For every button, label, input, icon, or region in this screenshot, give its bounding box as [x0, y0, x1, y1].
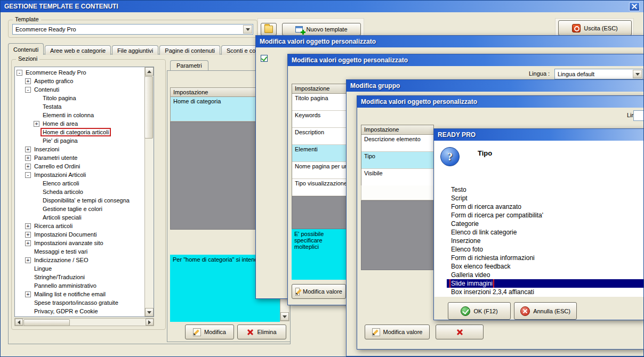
table-row[interactable]: Nome pagina per url rewriting: [292, 162, 346, 179]
open-template-button[interactable]: [261, 23, 277, 36]
tree-item[interactable]: + Home di area: [15, 119, 144, 128]
table-row[interactable]: Keywords: [292, 111, 346, 128]
scroll-down-icon[interactable]: [145, 308, 154, 317]
list-item[interactable]: Galleria video: [447, 271, 644, 279]
tree-item[interactable]: Scheda articolo: [15, 188, 144, 196]
tree-item[interactable]: + Mailing list e notifiche email: [15, 290, 144, 298]
tree-item[interactable]: + Inserzioni: [15, 145, 144, 153]
tree-expand-icon[interactable]: +: [25, 257, 31, 263]
list-item[interactable]: Box elenco feedback: [447, 262, 644, 271]
main-tabs: ContenutiAree web e categorieFile aggiun…: [8, 43, 275, 55]
dialog5-titlebar: READY PRO: [434, 129, 644, 141]
chevron-down-icon[interactable]: [633, 70, 642, 78]
template-combobox[interactable]: Ecommerce Ready Pro: [12, 24, 253, 35]
table-empty-row: [361, 185, 434, 200]
tree-item[interactable]: Testata: [15, 102, 144, 111]
dialog3-title: Modifica gruppo: [350, 82, 400, 90]
tab[interactable]: File aggiuntivi: [112, 45, 158, 55]
tree-item[interactable]: Pie' di pagina: [15, 136, 144, 145]
tree-item[interactable]: + Indicizzazione / SEO: [15, 256, 144, 264]
table-row[interactable]: Elementi: [292, 145, 346, 162]
table-row[interactable]: Descrizione elemento: [361, 135, 433, 152]
tree-expand-icon[interactable]: +: [25, 147, 31, 152]
tree-item[interactable]: Home di categoria articoli: [15, 128, 144, 136]
table-cell: Home di categoria: [173, 98, 221, 104]
table-row[interactable]: Titolo pagina: [292, 94, 346, 111]
tree-item[interactable]: Disponibilita' e tempi di consegna: [15, 196, 144, 205]
elimina-valore-button[interactable]: [436, 324, 484, 339]
tab[interactable]: Pagine di contenuti: [159, 45, 220, 55]
list-item[interactable]: Script: [447, 194, 644, 202]
tree-item[interactable]: Stringhe/Traduzioni: [15, 273, 144, 281]
scrollbar-thumb[interactable]: [23, 319, 70, 326]
lingua-combobox[interactable]: Lingua default: [554, 69, 643, 79]
tree-item[interactable]: + Carrello ed Ordini: [15, 162, 144, 171]
tree-horizontal-scrollbar[interactable]: [14, 318, 154, 326]
modifica-valore-button[interactable]: Modifica valore: [292, 284, 346, 299]
close-icon[interactable]: [629, 2, 640, 11]
tree-expand-icon[interactable]: +: [34, 121, 39, 127]
table-row[interactable]: Visibile: [361, 169, 433, 186]
scroll-left-icon[interactable]: [15, 319, 23, 326]
tree-item[interactable]: Articoli speciali: [15, 213, 144, 222]
tree-item[interactable]: Messaggi e testi vari: [15, 247, 144, 256]
tree-item[interactable]: + Impostazioni avanzate sito: [15, 239, 144, 247]
tree-item[interactable]: + Ricerca articoli: [15, 222, 144, 230]
tree-item[interactable]: Pannello amministrativo: [15, 281, 144, 290]
tree-expand-icon[interactable]: +: [25, 155, 31, 161]
elimina-button[interactable]: Elimina: [237, 324, 286, 339]
tree-item[interactable]: Gestione taglie e colori: [15, 205, 144, 213]
table-row[interactable]: Description: [292, 128, 346, 145]
tree-item[interactable]: - Ecommerce Ready Pro: [15, 68, 144, 77]
tree-item[interactable]: + Impostazioni Documenti: [15, 230, 144, 239]
tree-expand-icon[interactable]: +: [25, 240, 31, 246]
chevron-down-icon[interactable]: [243, 25, 252, 34]
new-template-button[interactable]: Nuovo template: [282, 23, 361, 36]
list-item[interactable]: Elenco foto: [447, 245, 644, 254]
tree-expand-icon[interactable]: -: [25, 172, 31, 178]
modifica-button[interactable]: Modifica: [185, 324, 234, 339]
list-item[interactable]: Form di richiesta informazioni: [447, 254, 644, 262]
tree-vertical-scrollbar[interactable]: [144, 67, 154, 317]
list-item[interactable]: Slide immagini: [447, 279, 644, 288]
tree-item[interactable]: - Impostazioni Articoli: [15, 171, 144, 179]
tab-parametri[interactable]: Parametri: [170, 60, 208, 70]
exit-button[interactable]: Uscita (ESC): [558, 20, 632, 36]
table-row[interactable]: Tipo visualizzazione: [292, 179, 346, 196]
list-item[interactable]: Categorie: [447, 220, 644, 228]
tree-item[interactable]: Elenco articoli: [15, 179, 144, 188]
tree-item[interactable]: + Parametri utente: [15, 153, 144, 162]
scroll-up-icon[interactable]: [145, 67, 154, 76]
tree-item[interactable]: Elementi in colonna: [15, 111, 144, 119]
list-item[interactable]: Testo: [447, 185, 644, 194]
tree-expand-icon[interactable]: +: [25, 164, 31, 169]
scrollbar-thumb[interactable]: [144, 76, 153, 139]
tree-item[interactable]: Titolo pagina: [15, 94, 144, 102]
lingua-combobox[interactable]: [633, 110, 644, 121]
tree-item[interactable]: - Contenuti: [15, 85, 144, 94]
tree-expand-icon[interactable]: +: [25, 232, 31, 238]
tree-expand-icon[interactable]: +: [25, 223, 31, 229]
tab[interactable]: Aree web e categorie: [45, 45, 111, 55]
tree-item[interactable]: Lingue: [15, 264, 144, 273]
tab[interactable]: Contenuti: [8, 43, 44, 55]
tree-item[interactable]: + Aspetto grafico: [15, 77, 144, 85]
scroll-right-icon[interactable]: [146, 319, 154, 326]
tree-expand-icon[interactable]: +: [25, 78, 31, 84]
tree-item[interactable]: Spese trasporto/incasso gratuite: [15, 298, 144, 307]
annulla-button[interactable]: Annulla (ESC): [514, 302, 577, 320]
list-item[interactable]: Elenco di link categorie: [447, 228, 644, 237]
list-item[interactable]: Form di ricerca per compatibilita': [447, 211, 644, 220]
list-item[interactable]: Form di ricerca avanzato: [447, 202, 644, 211]
tree-expand-icon[interactable]: -: [17, 70, 22, 76]
list-item[interactable]: Box inserzioni 2,3,4 affiancati: [447, 288, 644, 296]
checkbox[interactable]: [261, 55, 268, 62]
modifica-valore-button[interactable]: Modifica valore: [365, 324, 430, 339]
ok-button[interactable]: OK (F12): [448, 302, 511, 320]
table-row[interactable]: Tipo: [361, 152, 433, 169]
list-item[interactable]: Inserzione: [447, 237, 644, 245]
tree-expand-icon[interactable]: +: [25, 291, 31, 297]
scroll-down-icon[interactable]: [280, 312, 289, 321]
tree-expand-icon[interactable]: -: [25, 87, 31, 93]
tree-item[interactable]: Privacy, GDPR e Cookie: [15, 307, 144, 315]
